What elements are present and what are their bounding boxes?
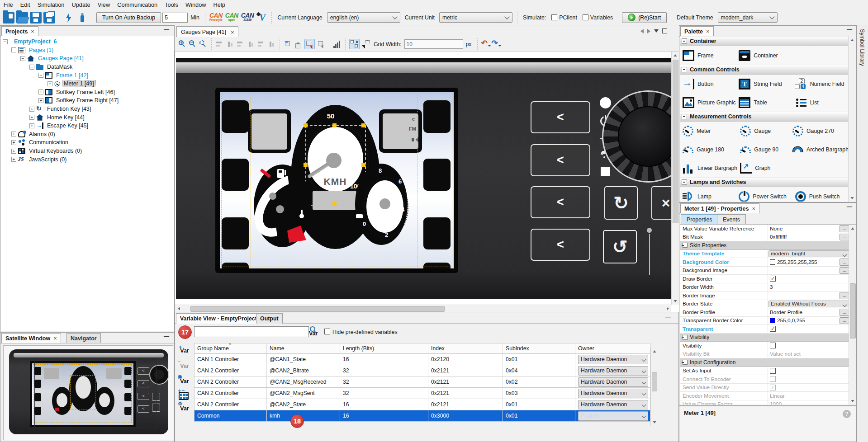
cell-length[interactable]: 16 [340, 354, 428, 365]
palette-tab[interactable]: Palette × [680, 26, 714, 36]
palette-item[interactable]: Gauge [737, 122, 790, 140]
tree-expander-icon[interactable]: + [29, 123, 34, 128]
menu-item[interactable]: Edit [17, 0, 34, 10]
property-value-cell[interactable]: 255,0,0,255 [768, 317, 839, 325]
save-all-icon[interactable] [43, 12, 55, 24]
property-row[interactable]: Border Image ... [680, 292, 850, 300]
property-value-cell[interactable] [768, 375, 850, 383]
property-row[interactable]: Border Profile Border Profile ... [680, 308, 850, 317]
cell-name[interactable]: @CAN2_MsgReceived [267, 376, 340, 387]
show-grid-icon[interactable] [349, 39, 360, 49]
theme-select[interactable]: modern_dark [718, 12, 778, 23]
minimize-icon[interactable]: — [846, 205, 853, 210]
new-project-icon[interactable] [3, 12, 14, 24]
property-row[interactable]: Connect To Encoder [680, 375, 850, 384]
property-value-cell[interactable] [768, 342, 850, 350]
menu-item[interactable]: File [0, 0, 17, 10]
canvas-horizontal-scrollbar[interactable] [175, 305, 671, 312]
owner-select[interactable]: Hardware Daemon [578, 377, 648, 387]
collapse-icon[interactable] [682, 179, 687, 185]
tree-item[interactable]: + Virtual Keyboards (0) [1, 147, 174, 155]
tree-expander-icon[interactable]: − [20, 56, 25, 61]
cell-subindex[interactable]: 0x01 [503, 410, 575, 421]
palette-section-lamps[interactable]: Lamps and Switches [680, 177, 849, 187]
property-value-cell[interactable]: modern_bright [768, 250, 849, 258]
variable-manager-icon[interactable] [256, 12, 268, 24]
search-variables-icon[interactable]: Var [309, 330, 318, 337]
tree-item[interactable]: + Escape Key [45] [1, 122, 174, 130]
can-protocol-icon[interactable]: CAN Freestyle [209, 13, 223, 22]
palette-scrollbar[interactable] [848, 36, 856, 202]
cell-name[interactable]: @CAN1_State [267, 354, 340, 365]
watch-variable-button[interactable]: ◉Var [178, 378, 191, 385]
snap-to-grid-icon[interactable] [304, 39, 315, 49]
simulate-pclient-option[interactable]: PClient [551, 14, 577, 21]
tree-expander-icon[interactable]: + [11, 149, 16, 154]
collapse-icon[interactable] [682, 114, 687, 119]
tree-expander-icon[interactable]: − [3, 39, 8, 44]
tab-properties[interactable]: Properties [681, 214, 718, 224]
tree-item[interactable]: − Pages (1) [1, 46, 174, 55]
column-header[interactable]: Owner [575, 343, 651, 353]
palette-item[interactable]: Push Switch [792, 187, 849, 202]
cell-group-name[interactable]: CAN 2 Controller [194, 399, 267, 410]
cell-length[interactable]: 32 [340, 365, 428, 376]
palette-item[interactable]: Button [680, 75, 736, 93]
palette-item[interactable]: Picture Graphic [680, 93, 736, 112]
property-checkbox[interactable] [770, 376, 776, 382]
palette-item[interactable]: Table [736, 93, 792, 112]
cell-length[interactable]: 32 [340, 376, 428, 387]
ellipsis-button[interactable]: ... [840, 292, 849, 299]
property-row[interactable]: Background Color 255,255,255,255 ... [680, 258, 850, 267]
property-row[interactable]: Border Width 3 [680, 283, 850, 292]
ruler-icon[interactable] [333, 40, 342, 48]
properties-panel-tab[interactable]: Meter 1 [49] - Properties × [680, 203, 759, 213]
open-project-icon[interactable] [16, 12, 28, 24]
undo-icon[interactable] [481, 40, 490, 48]
property-row[interactable]: Transparent ✓ [680, 325, 850, 334]
variable-row[interactable]: CAN 2 Controller @CAN2_State 16 0x2121 0… [194, 399, 650, 410]
design-canvas[interactable]: c FM 50 0 100 KMH [175, 52, 679, 312]
property-value-cell[interactable] [768, 292, 839, 300]
property-value-cell[interactable] [709, 334, 850, 342]
can-protocol-icon[interactable]: CAN J1939 [241, 13, 254, 22]
tree-expander-icon[interactable]: − [38, 73, 43, 78]
satellite-tab[interactable]: Satellite Window × [1, 333, 61, 343]
property-checkbox[interactable]: ✓ [770, 276, 776, 282]
tree-item[interactable]: − Gauges Page [41] [1, 54, 174, 63]
cell-length[interactable]: 32 [340, 388, 428, 399]
unit-select[interactable]: metric [439, 12, 512, 23]
help-icon[interactable]: ? [843, 410, 851, 418]
menu-item[interactable]: Tools [161, 0, 182, 10]
menu-item[interactable]: Communication [114, 0, 161, 10]
cell-group-name[interactable]: CAN 2 Controller [194, 388, 267, 399]
owner-select[interactable]: Hardware Daemon [578, 389, 648, 398]
variable-row[interactable]: Common kmh 16 0x3000 0x01 PClient [194, 410, 650, 422]
cell-length[interactable]: 16 [340, 399, 428, 410]
palette-section-common[interactable]: Common Controls [680, 65, 849, 75]
tree-expander-icon[interactable]: + [38, 98, 43, 103]
palette-item[interactable]: Gauge 270 [790, 122, 849, 140]
auto-backup-button[interactable]: Turn On Auto Backup [96, 12, 161, 23]
align-middle-icon[interactable] [257, 40, 266, 48]
palette-item[interactable]: Numeric Field [792, 75, 849, 93]
tree-expander-icon[interactable]: + [47, 81, 52, 86]
property-value-cell[interactable]: None [768, 225, 839, 233]
owner-select[interactable]: Hardware Daemon [578, 355, 648, 364]
scrollbar-thumb[interactable] [652, 372, 657, 391]
tree-expander-icon[interactable]: + [11, 157, 16, 162]
column-header[interactable]: SubIndex [503, 343, 575, 353]
tree-expander-icon[interactable]: + [29, 115, 34, 120]
redo-icon[interactable] [492, 40, 500, 48]
tab-scroll-left-icon[interactable] [640, 29, 644, 33]
tree-expander-icon[interactable]: + [11, 132, 16, 136]
cell-name[interactable]: @CAN2_State [267, 399, 340, 410]
close-icon[interactable]: × [31, 28, 34, 35]
property-value-cell[interactable]: ✓ [768, 275, 850, 283]
zoom-out-icon[interactable]: − [189, 40, 197, 48]
navigator-tab[interactable]: Navigator [66, 333, 101, 343]
tree-expander-icon[interactable]: + [29, 107, 34, 112]
add-variable-button[interactable]: ＋Var [178, 348, 191, 354]
cell-subindex[interactable]: 0x04 [503, 365, 575, 376]
send-backward-icon[interactable] [284, 40, 292, 48]
